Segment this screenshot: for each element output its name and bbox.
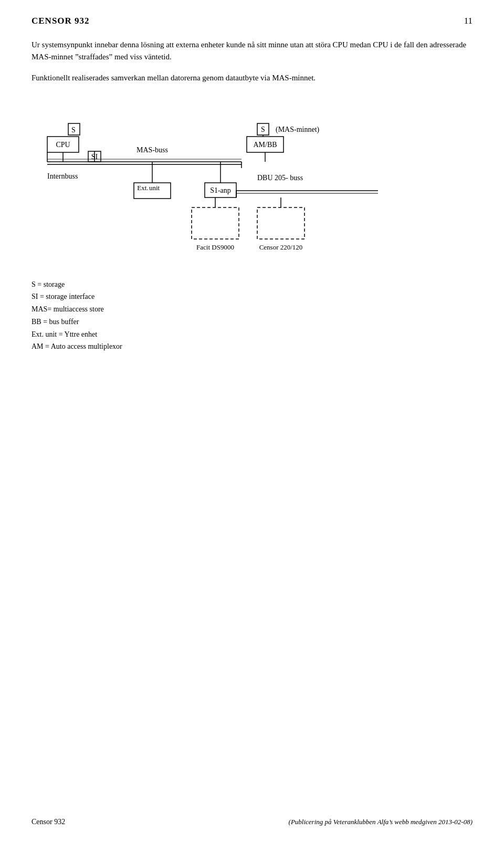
diagram: CPU S SI Internbuss MAS-buss	[32, 100, 472, 268]
footer-right: (Publicering på Veteranklubben Alfa’s we…	[289, 818, 472, 826]
svg-text:Ext.: Ext.	[137, 184, 148, 192]
svg-text:S: S	[71, 126, 76, 134]
svg-text:Internbuss: Internbuss	[47, 172, 78, 180]
legend-item-5: Ext. unit = Yttre enhet	[32, 328, 472, 341]
svg-text:Facit DS9000: Facit DS9000	[196, 243, 234, 251]
legend-item-4: BB = bus buffer	[32, 316, 472, 328]
page-footer: Censor 932 (Publicering på Veteranklubbe…	[32, 818, 472, 826]
diagram-svg: CPU S SI Internbuss MAS-buss	[32, 100, 472, 268]
svg-text:CPU: CPU	[56, 141, 70, 149]
svg-text:S: S	[261, 126, 265, 133]
svg-text:DBU 205- buss: DBU 205- buss	[257, 174, 303, 182]
paragraph-1: Ur systemsynpunkt innebar denna lösning …	[32, 39, 472, 63]
svg-text:S1-anp: S1-anp	[210, 186, 231, 194]
svg-rect-34	[192, 207, 239, 239]
svg-rect-37	[257, 207, 304, 239]
page-number: 11	[464, 16, 472, 26]
svg-text:AM/BB: AM/BB	[253, 141, 277, 149]
legend-item-1: S = storage	[32, 278, 472, 291]
footer-left: Censor 932	[32, 818, 65, 826]
page-header: CENSOR 932 11	[32, 16, 472, 26]
page: CENSOR 932 11 Ur systemsynpunkt innebar …	[0, 0, 504, 842]
svg-text:(MAS-minnet): (MAS-minnet)	[276, 126, 320, 134]
legend: S = storage SI = storage interface MAS= …	[32, 278, 472, 354]
svg-text:MAS-buss: MAS-buss	[136, 146, 168, 154]
legend-item-2: SI = storage interface	[32, 290, 472, 303]
header-title: CENSOR 932	[32, 16, 90, 26]
paragraph-2: Funktionellt realiserades samverkan mell…	[32, 72, 472, 84]
legend-item-6: AM = Auto access multiplexor	[32, 340, 472, 353]
svg-text:Censor 220/120: Censor 220/120	[259, 243, 303, 251]
legend-item-3: MAS= multiaccess store	[32, 303, 472, 316]
svg-text:unit: unit	[149, 184, 160, 192]
